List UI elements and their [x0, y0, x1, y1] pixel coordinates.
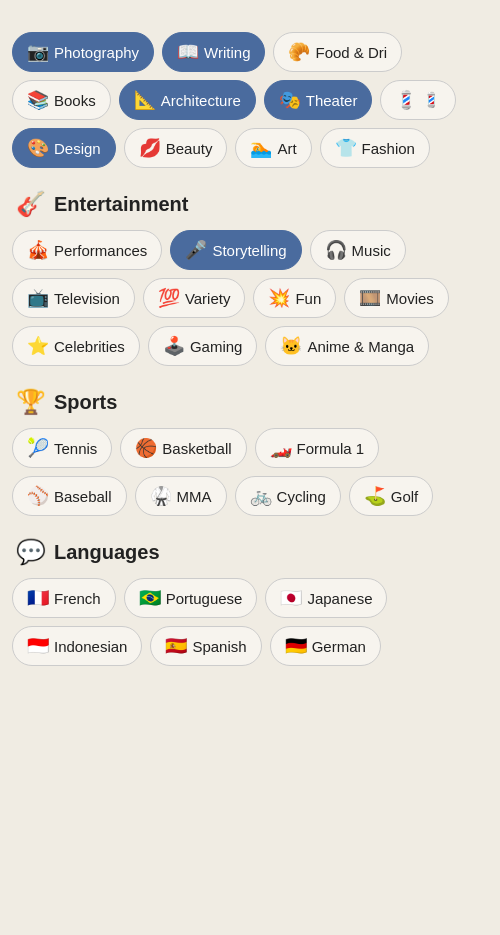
tag-baseball[interactable]: ⚾Baseball — [12, 476, 127, 516]
tag-emoji: 🎭 — [279, 89, 301, 111]
tag-label: French — [54, 590, 101, 607]
tag-label: Basketball — [162, 440, 231, 457]
tag-label: Beauty — [166, 140, 213, 157]
tag-label: Formula 1 — [297, 440, 365, 457]
tag-label: Music — [352, 242, 391, 259]
tag-anime---manga[interactable]: 🐱Anime & Manga — [265, 326, 429, 366]
section-header-label: Sports — [54, 391, 117, 414]
tag-fun[interactable]: 💥Fun — [253, 278, 336, 318]
tag-fashion[interactable]: 👕Fashion — [320, 128, 430, 168]
tag-emoji: 🇫🇷 — [27, 587, 49, 609]
tag-variety[interactable]: 💯Variety — [143, 278, 246, 318]
tag-label: Anime & Manga — [307, 338, 414, 355]
tags-row: 🇮🇩Indonesian🇪🇸Spanish🇩🇪German — [0, 622, 500, 670]
tag-label: Art — [277, 140, 296, 157]
tag-emoji: 🐱 — [280, 335, 302, 357]
section-header-emoji: 💬 — [16, 538, 46, 566]
tag-tennis[interactable]: 🎾Tennis — [12, 428, 112, 468]
section-header: 🎸Entertainment — [0, 172, 500, 226]
top-tags-section: 📷Photography📖Writing🥐Food & Dri📚Books📐Ar… — [0, 28, 500, 172]
tag-basketball[interactable]: 🏀Basketball — [120, 428, 246, 468]
tag-beauty[interactable]: 💋Beauty — [124, 128, 228, 168]
tag-emoji: 🎤 — [185, 239, 207, 261]
tag-mma[interactable]: 🥋MMA — [135, 476, 227, 516]
tag-emoji: 📚 — [27, 89, 49, 111]
tag-emoji: 📐 — [134, 89, 156, 111]
tag-movies[interactable]: 🎞️Movies — [344, 278, 449, 318]
tag-celebrities[interactable]: ⭐Celebrities — [12, 326, 140, 366]
tag-golf[interactable]: ⛳Golf — [349, 476, 434, 516]
tag-emoji: 💋 — [139, 137, 161, 159]
tag-label: Storytelling — [212, 242, 286, 259]
tags-row: 📚Books📐Architecture🎭Theater💈💈 — [0, 76, 500, 124]
tag-emoji: 🏀 — [135, 437, 157, 459]
section-languages: 💬Languages🇫🇷French🇧🇷Portuguese🇯🇵Japanese… — [0, 520, 500, 670]
tag-formula-1[interactable]: 🏎️Formula 1 — [255, 428, 380, 468]
tag-emoji: 📖 — [177, 41, 199, 63]
tag-label: Spanish — [192, 638, 246, 655]
tag-label: German — [312, 638, 366, 655]
tag-television[interactable]: 📺Television — [12, 278, 135, 318]
tag-emoji: 🎧 — [325, 239, 347, 261]
tag-label: Photography — [54, 44, 139, 61]
tag-label: Variety — [185, 290, 231, 307]
tag-cycling[interactable]: 🚲Cycling — [235, 476, 341, 516]
tag-emoji: 🚲 — [250, 485, 272, 507]
tag-indonesian[interactable]: 🇮🇩Indonesian — [12, 626, 142, 666]
tags-row: ⚾Baseball🥋MMA🚲Cycling⛳Golf — [0, 472, 500, 520]
tag-storytelling[interactable]: 🎤Storytelling — [170, 230, 301, 270]
tag-label: Indonesian — [54, 638, 127, 655]
tag-label: Celebrities — [54, 338, 125, 355]
tag-emoji: 🥋 — [150, 485, 172, 507]
tag-label: Architecture — [161, 92, 241, 109]
tag-performances[interactable]: 🎪Performances — [12, 230, 162, 270]
tag-emoji: 🇩🇪 — [285, 635, 307, 657]
tag-music[interactable]: 🎧Music — [310, 230, 406, 270]
tag-emoji: ⛳ — [364, 485, 386, 507]
tag-photography[interactable]: 📷Photography — [12, 32, 154, 72]
tag-portuguese[interactable]: 🇧🇷Portuguese — [124, 578, 258, 618]
tag-french[interactable]: 🇫🇷French — [12, 578, 116, 618]
tag-label: Baseball — [54, 488, 112, 505]
tag-emoji: 🏊 — [250, 137, 272, 159]
tags-row: 🎨Design💋Beauty🏊Art👕Fashion — [0, 124, 500, 172]
tag-emoji: 🏎️ — [270, 437, 292, 459]
tag-emoji: 📷 — [27, 41, 49, 63]
tag---[interactable]: 💈💈 — [380, 80, 456, 120]
tag-emoji: 💥 — [268, 287, 290, 309]
tag-label: 💈 — [422, 91, 441, 109]
tag-emoji: 👕 — [335, 137, 357, 159]
tag-emoji: 💯 — [158, 287, 180, 309]
tag-emoji: ⚾ — [27, 485, 49, 507]
tags-row: 🎪Performances🎤Storytelling🎧Music — [0, 226, 500, 274]
tag-gaming[interactable]: 🕹️Gaming — [148, 326, 258, 366]
tag-label: MMA — [177, 488, 212, 505]
tag-books[interactable]: 📚Books — [12, 80, 111, 120]
tag-art[interactable]: 🏊Art — [235, 128, 311, 168]
tag-architecture[interactable]: 📐Architecture — [119, 80, 256, 120]
tag-spanish[interactable]: 🇪🇸Spanish — [150, 626, 261, 666]
tag-design[interactable]: 🎨Design — [12, 128, 116, 168]
tag-label: Food & Dri — [315, 44, 387, 61]
tag-emoji: 🇮🇩 — [27, 635, 49, 657]
tag-theater[interactable]: 🎭Theater — [264, 80, 373, 120]
tag-food---dri[interactable]: 🥐Food & Dri — [273, 32, 402, 72]
tags-row: ⭐Celebrities🕹️Gaming🐱Anime & Manga — [0, 322, 500, 370]
tag-emoji: 📺 — [27, 287, 49, 309]
tag-emoji: 🎪 — [27, 239, 49, 261]
tag-label: Gaming — [190, 338, 243, 355]
sections-container: 🎸Entertainment🎪Performances🎤Storytelling… — [0, 172, 500, 670]
tag-label: Writing — [204, 44, 250, 61]
tag-emoji: 🇧🇷 — [139, 587, 161, 609]
tag-writing[interactable]: 📖Writing — [162, 32, 265, 72]
tag-german[interactable]: 🇩🇪German — [270, 626, 381, 666]
tag-label: Fashion — [362, 140, 415, 157]
section-entertainment: 🎸Entertainment🎪Performances🎤Storytelling… — [0, 172, 500, 370]
tag-label: Golf — [391, 488, 419, 505]
tag-japanese[interactable]: 🇯🇵Japanese — [265, 578, 387, 618]
tag-label: Television — [54, 290, 120, 307]
tag-label: Movies — [386, 290, 434, 307]
tag-emoji: 💈 — [395, 89, 417, 111]
tag-label: Japanese — [307, 590, 372, 607]
section-header-label: Languages — [54, 541, 160, 564]
